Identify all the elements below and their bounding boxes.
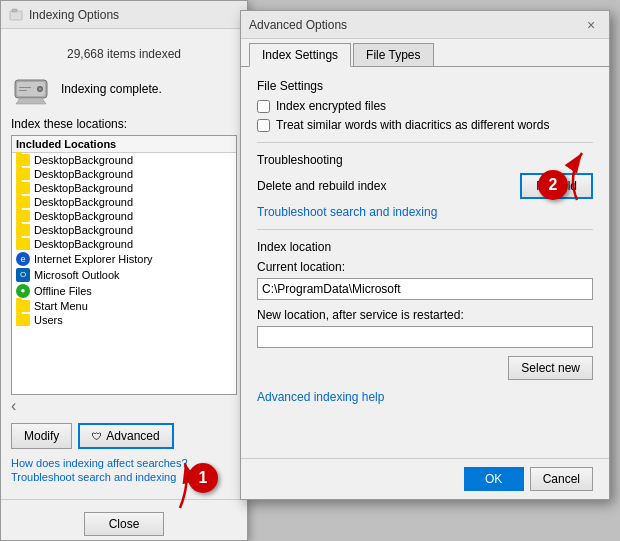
encrypt-checkbox-row: Index encrypted files xyxy=(257,99,593,113)
shield-icon: 🛡 xyxy=(92,431,102,442)
hard-drive-icon xyxy=(11,69,51,109)
close-button-container: Close xyxy=(1,499,247,541)
items-count: 29,668 items indexed xyxy=(11,47,237,61)
encrypt-label: Index encrypted files xyxy=(276,99,386,113)
index-location-label: Index location xyxy=(257,240,593,254)
current-location-label: Current location: xyxy=(257,260,593,274)
advanced-window-title: Advanced Options xyxy=(249,18,347,32)
divider xyxy=(257,142,593,143)
troubleshooting-label: Troubleshooting xyxy=(257,153,593,167)
svg-rect-7 xyxy=(19,90,27,91)
folder-icon xyxy=(16,196,30,208)
ie-icon: e xyxy=(16,252,30,266)
troubleshoot-search-link[interactable]: Troubleshoot search and indexing xyxy=(257,205,437,219)
tab-bar: Index Settings File Types xyxy=(241,39,609,67)
current-location-input[interactable] xyxy=(257,278,593,300)
modify-button[interactable]: Modify xyxy=(11,423,72,449)
svg-point-5 xyxy=(39,88,42,91)
list-item[interactable]: DesktopBackground xyxy=(12,223,236,237)
indexing-options-window: Indexing Options 29,668 items indexed In… xyxy=(0,0,248,541)
diacritics-checkbox[interactable] xyxy=(257,119,270,132)
advanced-titlebar: Advanced Options × xyxy=(241,11,609,39)
list-item[interactable]: e Internet Explorer History xyxy=(12,251,236,267)
list-item[interactable]: DesktopBackground xyxy=(12,209,236,223)
index-locations-label: Index these locations: xyxy=(11,117,237,131)
outlook-icon: O xyxy=(16,268,30,282)
folder-icon xyxy=(16,224,30,236)
svg-rect-6 xyxy=(19,87,31,88)
list-item[interactable]: Users xyxy=(12,313,236,327)
locations-header: Included Locations xyxy=(12,136,236,153)
select-new-button[interactable]: Select new xyxy=(508,356,593,380)
list-item[interactable]: DesktopBackground xyxy=(12,181,236,195)
advanced-button[interactable]: 🛡 Advanced xyxy=(78,423,173,449)
close-x-button[interactable]: × xyxy=(581,15,601,35)
indexing-titlebar: Indexing Options xyxy=(1,1,247,29)
scroll-left-arrow[interactable]: ‹ xyxy=(11,397,16,415)
indexing-window-title: Indexing Options xyxy=(29,8,239,22)
divider2 xyxy=(257,229,593,230)
indexing-window-icon xyxy=(9,8,23,22)
advanced-bottom-buttons: OK Cancel xyxy=(241,458,609,499)
locations-list: Included Locations DesktopBackground Des… xyxy=(11,135,237,395)
new-location-label: New location, after service is restarted… xyxy=(257,308,593,322)
cancel-button[interactable]: Cancel xyxy=(530,467,593,491)
advanced-options-window: Advanced Options × Index Settings File T… xyxy=(240,10,610,500)
list-item[interactable]: DesktopBackground xyxy=(12,167,236,181)
close-button[interactable]: Close xyxy=(84,512,165,536)
bottom-buttons: Modify 🛡 Advanced xyxy=(11,423,237,449)
list-item[interactable]: DesktopBackground xyxy=(12,195,236,209)
offline-icon: ● xyxy=(16,284,30,298)
list-item[interactable]: ● Offline Files xyxy=(12,283,236,299)
new-location-input[interactable] xyxy=(257,326,593,348)
folder-icon xyxy=(16,168,30,180)
advanced-indexing-help-link[interactable]: Advanced indexing help xyxy=(257,390,593,404)
diacritics-label: Treat similar words with diacritics as d… xyxy=(276,118,549,132)
list-item[interactable]: DesktopBackground xyxy=(12,237,236,251)
folder-icon xyxy=(16,210,30,222)
folder-icon xyxy=(16,238,30,250)
folder-icon xyxy=(16,154,30,166)
status-text: Indexing complete. xyxy=(61,82,162,96)
ok-button[interactable]: OK xyxy=(464,467,524,491)
folder-icon xyxy=(16,314,30,326)
encrypt-checkbox[interactable] xyxy=(257,100,270,113)
list-item[interactable]: DesktopBackground xyxy=(12,153,236,167)
tab-file-types[interactable]: File Types xyxy=(353,43,433,66)
indexing-status-row: Indexing complete. xyxy=(11,69,237,109)
advanced-body: File Settings Index encrypted files Trea… xyxy=(241,67,609,428)
list-item[interactable]: Start Menu xyxy=(12,299,236,313)
folder-icon xyxy=(16,300,30,312)
tab-index-settings[interactable]: Index Settings xyxy=(249,43,351,67)
svg-rect-0 xyxy=(10,11,22,20)
list-item[interactable]: O Microsoft Outlook xyxy=(12,267,236,283)
file-settings-label: File Settings xyxy=(257,79,593,93)
svg-rect-1 xyxy=(12,9,17,12)
diacritics-checkbox-row: Treat similar words with diacritics as d… xyxy=(257,118,593,132)
select-new-row: Select new xyxy=(257,356,593,380)
delete-rebuild-label: Delete and rebuild index xyxy=(257,179,386,193)
arrow-1-circle: 1 xyxy=(188,463,218,493)
folder-icon xyxy=(16,182,30,194)
index-location-section: Index location Current location: New loc… xyxy=(257,240,593,380)
arrow-2-circle: 2 xyxy=(538,170,568,200)
